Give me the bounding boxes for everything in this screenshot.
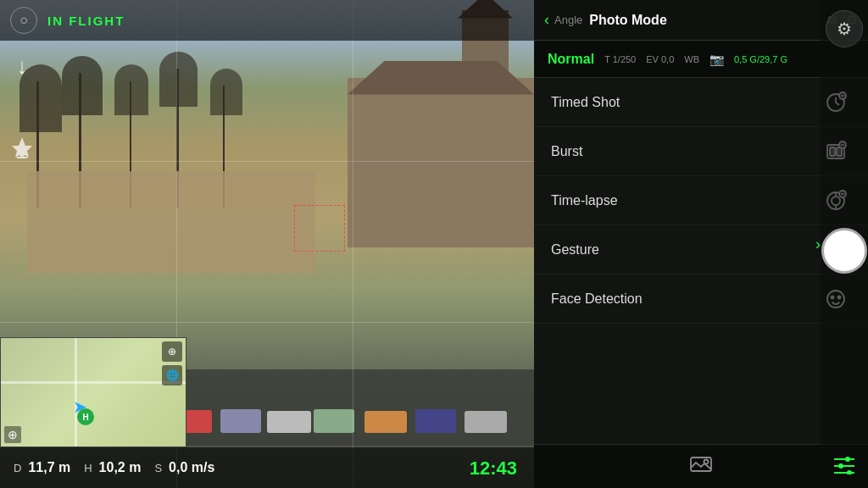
menu-list: Timed Shot Burst bbox=[534, 78, 868, 444]
map-zoom-icon[interactable]: ⊕ bbox=[4, 426, 21, 443]
menu-item-face-detection[interactable]: Face Detection bbox=[534, 274, 868, 324]
svg-point-27 bbox=[847, 470, 852, 474]
d-label: D bbox=[14, 462, 21, 474]
sliders-icon[interactable] bbox=[832, 454, 856, 474]
s-value: 0,0 m/s bbox=[169, 460, 214, 475]
normal-label[interactable]: Normal bbox=[548, 52, 594, 67]
map-person-icon[interactable]: ⊕ bbox=[162, 341, 182, 362]
mini-map: ➤ H ⊕ 🌐 ⊕ bbox=[0, 337, 186, 447]
normal-bar: Normal T 1/250 EV 0,0 WB 📷 0,5 G/29,7 G bbox=[534, 41, 868, 78]
bottom-info-bar: D 11,7 m H 10,2 m S 0,0 m/s 12:43 bbox=[0, 447, 534, 488]
status-icon: ○ bbox=[10, 7, 37, 34]
h-value: 10,2 m bbox=[99, 460, 142, 475]
left-overlay: ↓ bbox=[7, 51, 37, 163]
wb-value: WB bbox=[684, 54, 699, 64]
panel-bottom bbox=[534, 444, 868, 488]
camera-small-icon: 📷 bbox=[709, 53, 724, 66]
right-panel: ‹ Angle Photo Mode ≋ ⚙ Normal T 1/250 EV… bbox=[534, 0, 868, 488]
ev-value: EV 0,0 bbox=[646, 54, 674, 64]
time-display: 12:43 bbox=[470, 458, 517, 480]
camera-view: ○ IN FLIGHT ↓ ➤ H bbox=[0, 0, 534, 488]
church-area bbox=[348, 10, 534, 247]
panel-header: ‹ Angle Photo Mode ≋ ⚙ bbox=[534, 0, 868, 41]
shutter-button[interactable] bbox=[821, 228, 867, 274]
back-button[interactable]: ‹ bbox=[544, 11, 549, 29]
right-controls: ⚙ bbox=[821, 0, 868, 488]
shutter-speed: T 1/250 bbox=[604, 54, 636, 64]
flight-mode-icon[interactable] bbox=[7, 132, 37, 163]
svg-point-0 bbox=[19, 152, 25, 157]
building bbox=[27, 171, 315, 273]
menu-item-timed-shot[interactable]: Timed Shot bbox=[534, 78, 868, 127]
svg-point-23 bbox=[845, 457, 850, 462]
download-icon[interactable]: ↓ bbox=[7, 51, 37, 81]
timed-shot-label: Timed Shot bbox=[551, 95, 821, 110]
h-label: H bbox=[84, 462, 92, 474]
d-value: 11,7 m bbox=[28, 460, 70, 475]
svg-point-29 bbox=[704, 460, 709, 464]
menu-item-burst[interactable]: Burst bbox=[534, 127, 868, 176]
menu-spacer bbox=[534, 324, 868, 444]
gallery-icon[interactable] bbox=[689, 454, 713, 479]
gesture-label: Gesture bbox=[551, 242, 821, 258]
face-detection-label: Face Detection bbox=[551, 291, 821, 307]
timelapse-label: Time-lapse bbox=[551, 193, 821, 208]
top-bar: ○ IN FLIGHT bbox=[0, 0, 534, 41]
home-marker: H bbox=[77, 408, 94, 425]
burst-label: Burst bbox=[551, 144, 821, 159]
svg-point-25 bbox=[838, 463, 843, 469]
panel-title: Photo Mode bbox=[589, 13, 826, 28]
map-globe-icon[interactable]: 🌐 bbox=[162, 365, 182, 385]
angle-label: Angle bbox=[554, 14, 582, 26]
settings-button[interactable]: ⚙ bbox=[826, 10, 863, 47]
s-label: S bbox=[154, 462, 162, 474]
menu-item-timelapse[interactable]: Time-lapse bbox=[534, 176, 868, 225]
in-flight-label: IN FLIGHT bbox=[47, 14, 125, 28]
focus-box bbox=[294, 205, 345, 252]
storage-value: 0,5 G/29,7 G bbox=[734, 54, 787, 64]
